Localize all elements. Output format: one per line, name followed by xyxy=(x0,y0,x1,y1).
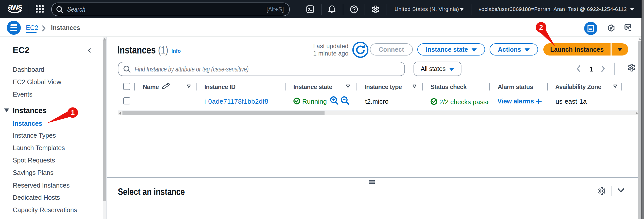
svg-text:2: 2 xyxy=(539,24,543,31)
svg-text:1: 1 xyxy=(71,109,75,116)
